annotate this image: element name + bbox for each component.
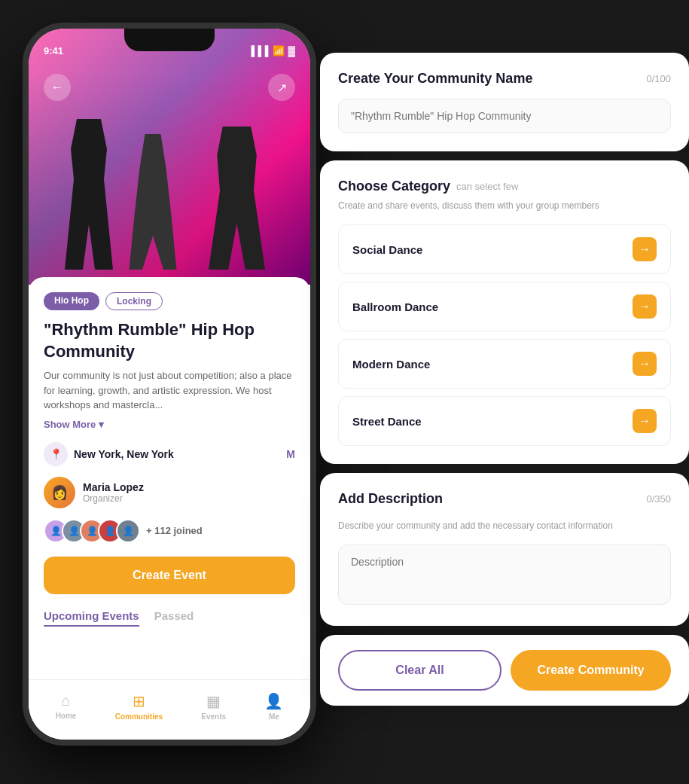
can-select-few-label: can select few <box>456 181 518 192</box>
status-icons: ▐▐▐ 📶 ▓ <box>248 45 295 56</box>
phone-container: 9:41 ▐▐▐ 📶 ▓ ← ↗ <box>23 23 316 746</box>
nav-me-label: Me <box>269 712 279 721</box>
clear-all-button[interactable]: Clear All <box>338 650 502 691</box>
category-card-header: Choose Category can select few <box>338 178 671 194</box>
location-row: 📍 New York, New York M <box>44 442 295 466</box>
location-text: New York, New York <box>74 448 280 460</box>
desc-card-header: Add Description 0/350 <box>338 491 671 507</box>
me-icon: 👤 <box>264 692 283 710</box>
category-ballroom-dance-arrow: → <box>633 294 657 319</box>
member-avatar-5: 👤 <box>116 519 140 543</box>
tag-list: Hio Hop Locking <box>44 292 295 310</box>
phone-nav: ← ↗ <box>29 74 310 101</box>
desc-card-title: Add Description <box>338 491 443 507</box>
desc-card: Add Description 0/350 Describe your comm… <box>320 473 689 626</box>
back-button[interactable]: ← <box>44 74 71 101</box>
description-textarea[interactable] <box>338 545 671 605</box>
nav-events[interactable]: ▦ Events <box>201 692 226 721</box>
nav-home[interactable]: ⌂ Home <box>56 692 77 720</box>
category-modern-dance-arrow: → <box>633 352 657 376</box>
status-time: 9:41 <box>44 45 63 56</box>
organizer-info: Maria Lopez Organizer <box>83 481 144 504</box>
category-street-dance[interactable]: Street Dance → <box>338 396 671 446</box>
create-community-button[interactable]: Create Community <box>511 650 671 691</box>
organizer-role: Organizer <box>83 493 144 504</box>
create-event-button[interactable]: Create Event <box>44 557 295 594</box>
category-social-dance[interactable]: Social Dance → <box>338 224 671 274</box>
signal-icon: ▐▐▐ <box>248 45 269 56</box>
organizer-avatar: 👩 <box>44 477 75 508</box>
phone-frame: 9:41 ▐▐▐ 📶 ▓ ← ↗ <box>23 23 316 746</box>
nav-events-label: Events <box>201 712 226 721</box>
name-card-header: Create Your Community Name 0/100 <box>338 71 671 87</box>
organizer-name: Maria Lopez <box>83 481 144 493</box>
community-desc: Our community is not just about competit… <box>44 368 295 413</box>
share-button[interactable]: ↗ <box>268 74 295 101</box>
category-social-dance-arrow: → <box>633 237 657 261</box>
buttons-card: Clear All Create Community <box>320 635 689 706</box>
category-social-dance-label: Social Dance <box>352 243 422 256</box>
category-ballroom-dance[interactable]: Ballroom Dance → <box>338 282 671 331</box>
desc-card-counter: 0/350 <box>646 493 671 505</box>
dancer3 <box>209 127 265 270</box>
tag-hiphop: Hio Hop <box>44 292 99 310</box>
overlay-panel: Create Your Community Name 0/100 Choose … <box>320 53 689 706</box>
category-ballroom-dance-label: Ballroom Dance <box>352 300 438 313</box>
category-street-dance-label: Street Dance <box>352 415 422 428</box>
hero-image <box>29 29 310 285</box>
name-card-title: Create Your Community Name <box>338 71 532 87</box>
nav-communities[interactable]: ⊞ Communities <box>115 692 163 721</box>
dancer1 <box>59 119 119 270</box>
location-more[interactable]: M <box>286 448 295 460</box>
chevron-down-icon: ▾ <box>99 419 104 430</box>
name-card-counter: 0/100 <box>646 73 671 84</box>
category-card-title: Choose Category <box>338 178 450 194</box>
members-row: 👤 👤 👤 👤 👤 + 112 joined <box>44 519 295 543</box>
desc-card-subtext: Describe your community and add the nece… <box>338 519 671 532</box>
location-icon: 📍 <box>44 442 68 466</box>
home-icon: ⌂ <box>61 692 70 709</box>
nav-home-label: Home <box>56 712 77 720</box>
organizer-row: 👩 Maria Lopez Organizer <box>44 477 295 508</box>
nav-communities-label: Communities <box>115 712 163 721</box>
category-desc: Create and share events, discuss them wi… <box>338 199 671 212</box>
content-area: Hio Hop Locking "Rhythm Rumble" Hip Hop … <box>29 277 310 740</box>
name-card: Create Your Community Name 0/100 <box>320 53 689 151</box>
tab-upcoming[interactable]: Upcoming Events <box>44 609 139 627</box>
member-avatars: 👤 👤 👤 👤 👤 <box>44 519 140 543</box>
community-title: "Rhythm Rumble" Hip Hop Community <box>44 319 295 362</box>
bottom-nav: ⌂ Home ⊞ Communities ▦ Events 👤 Me <box>29 679 310 740</box>
member-count: + 112 joined <box>146 525 203 536</box>
category-modern-dance-label: Modern Dance <box>352 358 430 371</box>
communities-icon: ⊞ <box>133 692 145 710</box>
battery-icon: ▓ <box>288 45 295 56</box>
category-list: Social Dance → Ballroom Dance → Modern D… <box>338 224 671 446</box>
nav-me[interactable]: 👤 Me <box>264 692 283 721</box>
events-icon: ▦ <box>206 692 221 710</box>
events-tabs: Upcoming Events Passed <box>44 609 295 627</box>
category-street-dance-arrow: → <box>633 409 657 433</box>
tag-locking: Locking <box>105 292 163 310</box>
phone-screen: 9:41 ▐▐▐ 📶 ▓ ← ↗ <box>29 29 310 740</box>
category-card: Choose Category can select few Create an… <box>320 160 689 464</box>
phone-notch <box>124 29 215 51</box>
tab-passed[interactable]: Passed <box>154 609 194 627</box>
hero-dancers <box>29 74 310 285</box>
wifi-icon: 📶 <box>273 45 285 56</box>
show-more-button[interactable]: Show More ▾ <box>44 419 295 430</box>
category-modern-dance[interactable]: Modern Dance → <box>338 339 671 389</box>
dancer2 <box>127 134 179 270</box>
community-name-input[interactable] <box>338 99 671 133</box>
